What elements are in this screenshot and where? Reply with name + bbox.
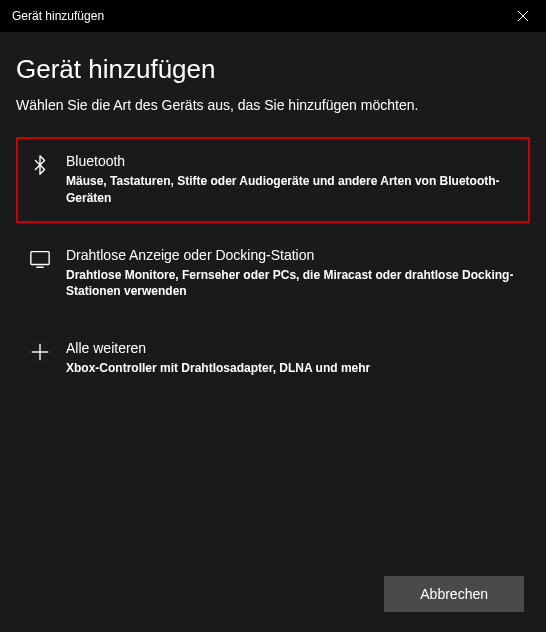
option-description: Drahtlose Monitore, Fernseher oder PCs, … (66, 267, 518, 301)
window-title: Gerät hinzufügen (12, 9, 104, 23)
close-icon (518, 11, 528, 21)
svg-rect-2 (31, 251, 49, 264)
display-icon (28, 247, 52, 271)
option-description: Mäuse, Tastaturen, Stifte oder Audiogerä… (66, 173, 518, 207)
cancel-button[interactable]: Abbrechen (384, 576, 524, 612)
titlebar: Gerät hinzufügen (0, 0, 546, 32)
option-everything-else[interactable]: Alle weiteren Xbox-Controller mit Drahtl… (16, 324, 530, 393)
option-title: Bluetooth (66, 153, 518, 169)
content-area: Gerät hinzufügen Wählen Sie die Art des … (0, 32, 546, 393)
option-bluetooth[interactable]: Bluetooth Mäuse, Tastaturen, Stifte oder… (16, 137, 530, 223)
page-heading: Gerät hinzufügen (16, 54, 530, 85)
footer: Abbrechen (384, 576, 524, 612)
bluetooth-icon (28, 153, 52, 177)
option-text: Alle weiteren Xbox-Controller mit Drahtl… (66, 340, 518, 377)
option-text: Drahtlose Anzeige oder Docking-Station D… (66, 247, 518, 301)
option-title: Alle weiteren (66, 340, 518, 356)
option-title: Drahtlose Anzeige oder Docking-Station (66, 247, 518, 263)
option-wireless-display[interactable]: Drahtlose Anzeige oder Docking-Station D… (16, 231, 530, 317)
page-subheading: Wählen Sie die Art des Geräts aus, das S… (16, 97, 530, 113)
option-text: Bluetooth Mäuse, Tastaturen, Stifte oder… (66, 153, 518, 207)
close-button[interactable] (500, 0, 546, 32)
option-description: Xbox-Controller mit Drahtlosadapter, DLN… (66, 360, 518, 377)
plus-icon (28, 340, 52, 364)
